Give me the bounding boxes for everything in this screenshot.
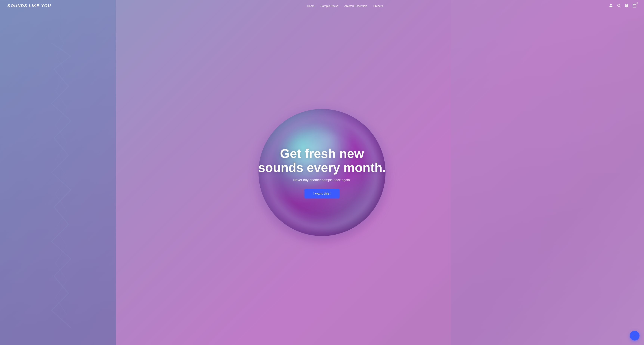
nav-home[interactable]: Home [307,4,314,8]
cart-icon[interactable]: 0 [632,4,636,8]
search-icon[interactable] [617,4,621,8]
cta-button[interactable]: I want this! [304,189,340,198]
hero-content: Get fresh new sounds every month. Never … [253,147,391,199]
svg-line-1 [620,6,620,7]
hero-title: Get fresh new sounds every month. [257,147,387,175]
nav-ableton-essentials[interactable]: Ableton Essentials [344,4,368,8]
hero-subtitle: Never buy another sample pack again. [257,178,387,182]
waveform-decoration [13,0,110,345]
hero-section: SOUNDS LIKE YOU Home Sample Packs Ableto… [0,0,644,345]
chat-widget[interactable]: ··· [630,331,640,340]
site-logo[interactable]: SOUNDS LIKE YOU [8,3,51,8]
cart-count-badge: 0 [636,2,638,4]
nav-sample-packs[interactable]: Sample Packs [320,4,338,8]
nav-icons: 0 [609,4,636,8]
account-icon[interactable] [609,4,613,8]
navbar: SOUNDS LIKE YOU Home Sample Packs Ableto… [0,0,644,12]
globe-icon[interactable] [624,4,629,8]
nav-presets[interactable]: Presets [373,4,383,8]
nav-links: Home Sample Packs Ableton Essentials Pre… [307,4,383,8]
svg-point-0 [618,4,620,7]
chat-icon: ··· [633,333,636,338]
